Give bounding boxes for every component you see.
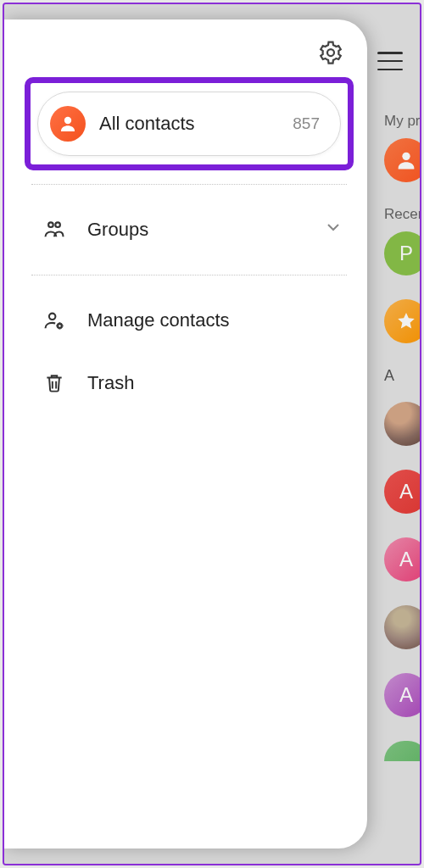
svg-point-0: [402, 153, 410, 160]
my-profile-avatar[interactable]: [384, 138, 421, 182]
contact-avatar-photo[interactable]: [384, 402, 421, 446]
trash-item[interactable]: Trash: [30, 352, 349, 415]
recently-added-label: Recently added: [384, 206, 420, 223]
all-contacts-count: 857: [293, 114, 320, 133]
groups-label: Groups: [87, 219, 303, 241]
manage-contacts-label: Manage contacts: [87, 309, 343, 331]
recent-contact-avatar[interactable]: P: [384, 231, 421, 275]
navigation-drawer: All contacts 857 Groups: [4, 19, 367, 849]
menu-icon[interactable]: [377, 48, 403, 74]
tutorial-highlight: All contacts 857: [25, 77, 354, 170]
svg-point-2: [64, 117, 71, 124]
svg-point-6: [58, 324, 62, 328]
my-profile-label: My profile: [384, 113, 420, 130]
section-header-a: A: [384, 367, 420, 385]
contact-avatar[interactable]: [384, 741, 421, 761]
divider: [31, 275, 347, 275]
groups-icon: [42, 217, 67, 242]
contact-avatar[interactable]: A: [384, 470, 421, 514]
manage-contacts-icon: [42, 308, 67, 333]
all-contacts-label: All contacts: [99, 113, 293, 135]
svg-point-4: [55, 222, 60, 227]
svg-point-1: [327, 49, 334, 56]
contact-avatar[interactable]: A: [384, 673, 421, 717]
manage-contacts-item[interactable]: Manage contacts: [30, 289, 349, 352]
all-contacts-item[interactable]: All contacts 857: [37, 92, 341, 156]
settings-button[interactable]: [318, 40, 343, 69]
svg-point-3: [48, 222, 53, 227]
contact-avatar-photo[interactable]: [384, 605, 421, 649]
trash-label: Trash: [87, 372, 343, 394]
groups-item[interactable]: Groups: [30, 198, 349, 261]
trash-icon: [42, 370, 67, 396]
person-icon: [50, 106, 86, 142]
divider: [31, 184, 347, 185]
contact-avatar[interactable]: A: [384, 537, 421, 581]
favorite-avatar[interactable]: [384, 299, 421, 343]
svg-point-5: [49, 314, 55, 320]
chevron-down-icon: [323, 217, 343, 242]
